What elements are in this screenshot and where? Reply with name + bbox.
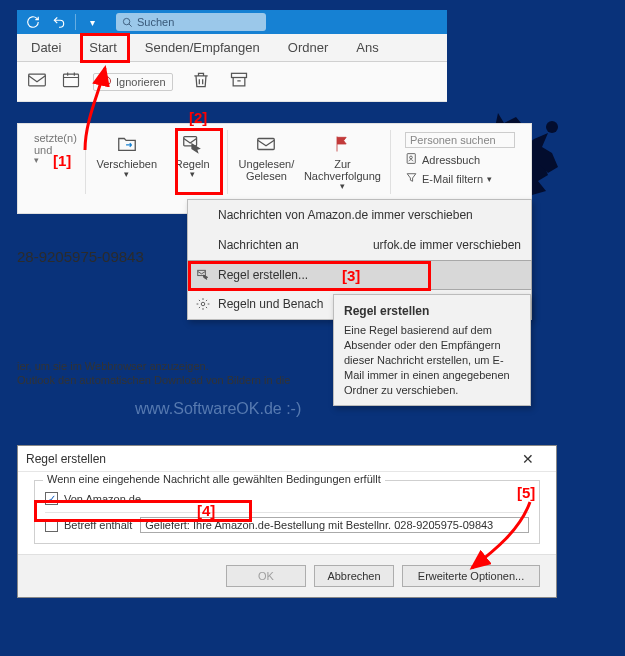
hint-line-2: Outlook den automatischen Download von B…	[17, 374, 290, 386]
conditions-group: Wenn eine eingehende Nachricht alle gewä…	[34, 480, 540, 544]
svg-rect-6	[184, 137, 197, 146]
order-number-fragment: 28-9205975-09843	[17, 248, 144, 265]
checkbox-unchecked-icon	[45, 519, 58, 532]
followup-button[interactable]: Zur Nachverfolgung ▾	[301, 130, 384, 194]
undo-icon[interactable]	[49, 12, 69, 32]
checkbox-checked-icon: ✓	[45, 492, 58, 505]
rules-icon	[181, 132, 203, 156]
unread-icon	[255, 132, 277, 156]
tab-datei[interactable]: Datei	[17, 34, 75, 61]
tooltip-body: Eine Regel basierend auf dem Absender od…	[344, 323, 520, 397]
ribbon-row-1: Ignorieren	[17, 62, 447, 102]
from-sender-checkbox-row[interactable]: ✓ Von Amazon.de	[45, 489, 529, 508]
svg-rect-5	[231, 73, 246, 77]
svg-point-0	[546, 121, 558, 133]
from-sender-label: Von Amazon.de	[64, 493, 141, 505]
tab-senden[interactable]: Senden/Empfangen	[131, 34, 274, 61]
separator	[75, 14, 76, 30]
dropdown-icon[interactable]: ▾	[82, 12, 102, 32]
followup-label: Zur Nachverfolgung	[304, 158, 381, 182]
svg-rect-7	[258, 139, 275, 150]
subject-checkbox-row[interactable]: Betreff enthält	[45, 519, 132, 532]
manage-rules-icon	[194, 297, 212, 311]
ribbon-left-fragment: setzte(n) und ▾	[26, 130, 79, 194]
menu-move-from-amazon[interactable]: Nachrichten von Amazon.de immer verschie…	[188, 200, 531, 230]
filter-icon	[405, 171, 418, 186]
hint-line-1: ier, um sie im Webbrowser anzuzeigen.	[17, 360, 209, 372]
search-people-group: Personen suchen Adressbuch E-Mail filter…	[397, 130, 523, 194]
create-rule-icon	[194, 268, 212, 282]
dialog-title: Regel erstellen	[26, 452, 106, 466]
ignore-button[interactable]: Ignorieren	[93, 73, 173, 91]
archive-icon[interactable]	[229, 70, 249, 94]
tab-ordner[interactable]: Ordner	[274, 34, 342, 61]
ribbon-tabs: Datei Start Senden/Empfangen Ordner Ans	[17, 34, 447, 62]
unread-label: Ungelesen/ Gelesen	[239, 158, 295, 182]
conditions-legend: Wenn eine eingehende Nachricht alle gewä…	[43, 473, 385, 485]
svg-rect-10	[198, 270, 206, 275]
svg-rect-2	[29, 74, 46, 86]
tab-start[interactable]: Start	[75, 34, 130, 61]
mail-icon[interactable]	[25, 70, 49, 94]
addressbook-icon	[405, 152, 418, 167]
create-rule-tooltip: Regel erstellen Eine Regel basierend auf…	[333, 294, 531, 406]
sync-icon[interactable]	[23, 12, 43, 32]
move-button[interactable]: Verschieben ▾	[92, 130, 161, 194]
tab-ansicht[interactable]: Ans	[342, 34, 392, 61]
addressbook-button[interactable]: Adressbuch	[405, 152, 515, 167]
dialog-titlebar: Regel erstellen ✕	[18, 446, 556, 472]
subject-label: Betreff enthält	[64, 519, 132, 531]
delete-icon[interactable]	[191, 70, 211, 94]
tooltip-title: Regel erstellen	[344, 303, 520, 319]
svg-point-9	[410, 156, 413, 159]
ignore-label: Ignorieren	[116, 76, 166, 88]
ok-button[interactable]: OK	[226, 565, 306, 587]
create-rule-dialog: Regel erstellen ✕ Wenn eine eingehende N…	[17, 445, 557, 598]
menu-move-to[interactable]: Nachrichten an urfok.de immer verschiebe…	[188, 230, 531, 260]
calendar-icon[interactable]	[59, 70, 83, 94]
svg-rect-3	[64, 74, 79, 87]
close-icon[interactable]: ✕	[508, 451, 548, 467]
quick-access-toolbar: ▾ Suchen	[17, 10, 447, 34]
subject-value-field[interactable]: Geliefert: Ihre Amazon.de-Bestellung mit…	[140, 517, 529, 533]
flag-icon	[332, 132, 352, 156]
search-placeholder: Suchen	[137, 16, 174, 28]
unread-button[interactable]: Ungelesen/ Gelesen	[234, 130, 299, 194]
dialog-footer: OK Abbrechen Erweiterte Optionen...	[18, 554, 556, 597]
ignore-icon	[100, 75, 112, 89]
cancel-button[interactable]: Abbrechen	[314, 565, 394, 587]
search-input[interactable]: Suchen	[116, 13, 266, 31]
advanced-options-button[interactable]: Erweiterte Optionen...	[402, 565, 540, 587]
menu-create-rule[interactable]: Regel erstellen...	[187, 260, 532, 290]
filter-button[interactable]: E-Mail filtern ▾	[405, 171, 515, 186]
svg-point-11	[201, 302, 205, 306]
move-folder-icon	[116, 132, 138, 156]
svg-point-1	[123, 18, 129, 24]
people-search-input[interactable]: Personen suchen	[405, 132, 515, 148]
watermark-h2: www.SoftwareOK.de :-)	[135, 400, 301, 418]
rules-button[interactable]: Regeln ▾	[163, 130, 221, 194]
